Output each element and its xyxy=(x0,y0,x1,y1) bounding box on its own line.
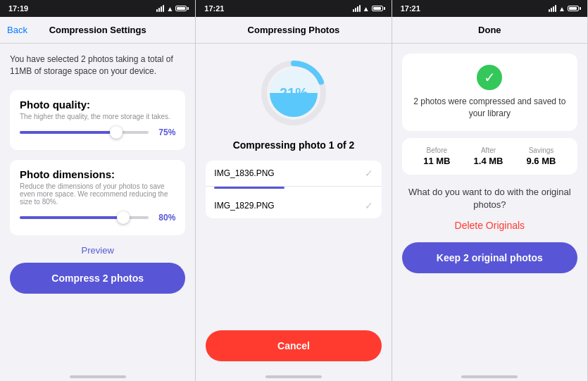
success-text: 2 photos were compressed and saved to yo… xyxy=(412,96,568,120)
time-1: 17:19 xyxy=(8,4,28,13)
dimensions-slider-container: 80% xyxy=(20,213,175,223)
file1-progress-bar xyxy=(214,187,284,189)
file-item-1: IMG_1836.PNG ✓ xyxy=(206,161,381,187)
wifi-icon-3: ▲ xyxy=(558,5,565,13)
signal-icon xyxy=(156,5,164,12)
battery-icon-2 xyxy=(372,6,383,11)
status-bar-1: 17:19 ▲ xyxy=(0,0,195,17)
screen1-content: You have selected 2 photos taking a tota… xyxy=(0,44,195,371)
quality-slider-container: 75% xyxy=(20,127,175,137)
compress-button[interactable]: Compress 2 photos xyxy=(10,263,185,294)
dimensions-label: Photo dimensions: xyxy=(20,168,175,180)
screen3-content: ✓ 2 photos were compressed and saved to … xyxy=(392,44,587,371)
quality-value: 75% xyxy=(154,127,175,137)
delete-originals-link[interactable]: Delete Originals xyxy=(402,220,577,231)
nav-title-2: Compressing Photos xyxy=(248,25,340,35)
stats-card: Before 11 MB After 1.4 MB Savings 9.6 MB xyxy=(402,138,577,175)
cancel-button[interactable]: Cancel xyxy=(206,330,381,361)
home-indicator-3 xyxy=(392,371,587,381)
dimensions-section: Photo dimensions: Reduce the dimensions … xyxy=(10,160,185,235)
after-label: After xyxy=(474,146,503,154)
progress-label: 21% xyxy=(280,85,308,101)
check-icon-1: ✓ xyxy=(365,168,373,179)
file2-name: IMG_1829.PNG xyxy=(214,201,274,211)
stat-after: After 1.4 MB xyxy=(474,146,503,166)
status-icons-3: ▲ xyxy=(549,5,579,13)
originals-question: What do you want to do with the original… xyxy=(402,186,577,211)
quality-slider-track[interactable] xyxy=(20,131,149,134)
quality-sub: The higher the quality, the more storage… xyxy=(20,113,175,120)
time-3: 17:21 xyxy=(401,4,420,13)
nav-bar-2: Compressing Photos xyxy=(196,17,391,44)
file1-name: IMG_1836.PNG xyxy=(214,168,274,178)
status-icons-2: ▲ xyxy=(353,5,383,13)
success-icon: ✓ xyxy=(477,65,502,90)
success-card: ✓ 2 photos were compressed and saved to … xyxy=(402,54,577,131)
wifi-icon: ▲ xyxy=(166,5,173,13)
time-2: 17:21 xyxy=(204,4,224,13)
progress-ring: 21% xyxy=(258,58,329,128)
nav-title-1: Compression Settings xyxy=(49,25,146,35)
quality-section: Photo quality: The higher the quality, t… xyxy=(10,90,185,150)
originals-section: What do you want to do with the original… xyxy=(402,186,577,361)
signal-icon-3 xyxy=(549,5,556,12)
savings-val: 9.6 MB xyxy=(527,156,556,166)
home-indicator-2 xyxy=(196,371,391,381)
file-item-2: IMG_1829.PNG ✓ xyxy=(206,193,381,218)
wifi-icon-2: ▲ xyxy=(363,5,370,13)
signal-icon-2 xyxy=(353,5,361,12)
before-label: Before xyxy=(423,146,450,154)
screen2-content: 21% Compressing photo 1 of 2 IMG_1836.PN… xyxy=(196,44,391,371)
before-val: 11 MB xyxy=(423,156,450,166)
battery-icon xyxy=(175,6,187,11)
check-icon-2: ✓ xyxy=(365,200,373,211)
status-bar-3: 17:21 ▲ xyxy=(392,0,587,17)
home-indicator-1 xyxy=(0,371,195,381)
nav-bar-1: Back Compression Settings xyxy=(0,17,195,44)
dimensions-slider-track[interactable] xyxy=(20,216,149,219)
after-val: 1.4 MB xyxy=(474,156,503,166)
savings-label: Savings xyxy=(527,146,556,154)
battery-icon-3 xyxy=(568,6,579,11)
screen2: 17:21 ▲ Compressing Photos xyxy=(196,0,392,381)
keep-button[interactable]: Keep 2 original photos xyxy=(402,242,577,273)
file-list: IMG_1836.PNG ✓ IMG_1829.PNG ✓ xyxy=(206,161,381,218)
screen1: 17:19 ▲ Back Compression Settings You ha… xyxy=(0,0,196,381)
info-text: You have selected 2 photos taking a tota… xyxy=(10,54,185,77)
back-button[interactable]: Back xyxy=(7,25,27,35)
status-icons-1: ▲ xyxy=(156,5,187,13)
quality-label: Photo quality: xyxy=(20,99,175,111)
nav-bar-3: Done xyxy=(392,17,587,44)
nav-title-3: Done xyxy=(478,25,501,35)
dimensions-value: 80% xyxy=(154,213,175,223)
compressing-text: Compressing photo 1 of 2 xyxy=(233,139,355,151)
stat-before: Before 11 MB xyxy=(423,146,450,166)
dimensions-sub: Reduce the dimensions of your photos to … xyxy=(20,182,175,206)
screen3: 17:21 ▲ Done ✓ 2 photos were compressed … xyxy=(392,0,588,381)
stat-savings: Savings 9.6 MB xyxy=(527,146,556,166)
preview-link[interactable]: Preview xyxy=(10,245,185,256)
status-bar-2: 17:21 ▲ xyxy=(196,0,391,17)
